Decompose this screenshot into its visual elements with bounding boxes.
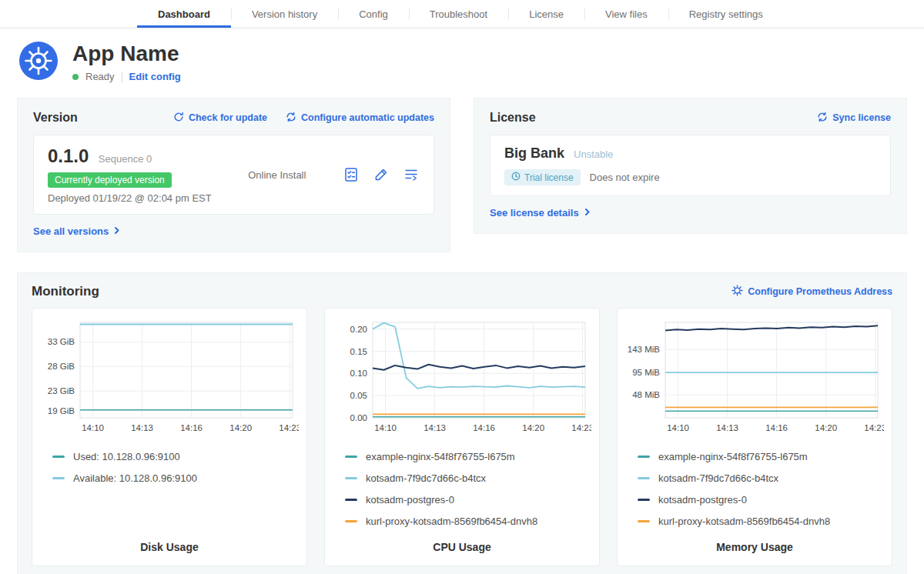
svg-text:14:10: 14:10 [374,423,397,432]
refresh-icon [173,112,184,125]
deployed-version-badge: Currently deployed version [48,172,172,188]
configure-prometheus-button[interactable]: Configure Prometheus Address [732,285,892,299]
top-nav: Dashboard Version history Config Trouble… [0,0,924,28]
legend-item: kotsadm-postgres-0 [638,489,884,510]
chart-title: Disk Usage [40,532,299,556]
svg-text:143 MiB: 143 MiB [628,345,661,354]
version-number: 0.1.0 [48,145,89,166]
kubernetes-logo-icon [18,41,59,84]
app-status-label: Ready [85,71,115,82]
sync-icon [817,112,828,125]
status-dot [72,74,79,80]
install-type-label: Online Install [248,169,306,181]
svg-text:48 MiB: 48 MiB [632,390,660,399]
see-all-versions-link[interactable]: See all versions [33,225,121,237]
series-dash [345,456,357,458]
license-details-panel: Big Bank Unstable Trial license Does not… [490,135,891,196]
svg-text:0.10: 0.10 [350,369,367,378]
legend-item: example-nginx-54f8f76755-l675m [638,446,884,467]
clock-icon [511,172,521,183]
series-dash [345,477,357,479]
tab-version-history[interactable]: Version history [231,0,338,28]
series-dash [52,477,65,479]
legend-item: Used: 10.128.0.96:9100 [52,446,299,467]
svg-text:14:16: 14:16 [473,423,495,432]
version-card: Version Check for update [17,98,450,252]
sync-license-button[interactable]: Sync license [817,112,891,125]
disk-usage-legend: Used: 10.128.0.96:9100 Available: 10.128… [40,446,299,489]
see-license-details-link[interactable]: See license details [490,207,591,219]
check-for-update-button[interactable]: Check for update [173,112,267,125]
cpu-usage-chart-card: 0.200.150.100.050.0014:1014:1314:1614:20… [324,308,600,566]
svg-text:0.15: 0.15 [350,347,367,356]
chevron-right-icon [584,207,591,219]
series-dash [638,520,650,522]
legend-item: Available: 10.128.0.96:9100 [52,467,299,489]
legend-item: kotsadm-7f9dc7d66c-b4tcx [345,467,591,489]
memory-usage-chart-card: 143 MiB95 MiB48 MiB14:1014:1314:1614:201… [617,308,892,566]
svg-text:14:20: 14:20 [522,423,544,432]
monitoring-section: Monitoring Configure Prometheus Address … [17,272,907,574]
app-title: App Name [72,42,181,66]
edit-config-icon[interactable] [373,166,390,183]
preflight-checks-icon[interactable] [343,166,360,183]
configure-automatic-updates-button[interactable]: Configure automatic updates [286,112,434,125]
svg-text:0.00: 0.00 [350,413,367,422]
gear-icon [732,285,743,299]
series-dash [638,499,650,501]
disk-usage-chart-card: 33 GiB28 GiB23 GiB19 GiB14:1014:1314:161… [32,308,307,566]
svg-text:14:23: 14:23 [864,423,884,432]
license-card-title: License [490,111,536,125]
tab-view-files[interactable]: View files [584,0,668,28]
svg-text:14:20: 14:20 [815,423,837,432]
series-dash [52,456,65,458]
version-card-title: Version [33,111,78,125]
series-dash [638,477,650,479]
memory-usage-plot: 143 MiB95 MiB48 MiB14:1014:1314:1614:201… [625,318,884,438]
memory-usage-legend: example-nginx-54f8f76755-l675m kotsadm-7… [625,446,884,532]
version-sequence: Sequence 0 [99,153,152,165]
svg-text:14:10: 14:10 [82,423,104,432]
svg-text:95 MiB: 95 MiB [632,368,660,377]
license-expiry: Does not expire [590,172,660,183]
deploy-logs-icon[interactable] [403,166,420,183]
edit-config-link[interactable]: Edit config [129,71,181,82]
license-channel: Unstable [574,149,613,160]
svg-text:33 GiB: 33 GiB [48,337,75,346]
svg-text:14:13: 14:13 [424,423,446,432]
svg-text:14:13: 14:13 [131,423,153,432]
license-customer-name: Big Bank [504,145,564,162]
svg-text:23 GiB: 23 GiB [48,386,75,395]
svg-text:14:10: 14:10 [667,423,689,432]
deployed-timestamp: Deployed 01/19/22 @ 02:04 pm EST [48,192,212,204]
legend-item: kotsadm-postgres-0 [345,489,591,510]
chevron-right-icon [113,225,121,237]
legend-item: kurl-proxy-kotsadm-8569fb6454-dnvh8 [638,510,884,532]
svg-text:14:20: 14:20 [229,423,252,432]
svg-text:14:16: 14:16 [765,423,788,432]
svg-text:14:23: 14:23 [571,423,591,432]
svg-text:19 GiB: 19 GiB [48,406,75,415]
svg-text:0.05: 0.05 [350,391,367,400]
license-card: License Sync license Big Bank Unstable [474,98,907,234]
series-dash [638,456,650,458]
tab-license[interactable]: License [508,0,584,28]
svg-text:14:16: 14:16 [180,423,203,432]
chart-title: CPU Usage [333,532,591,556]
series-dash [345,520,357,522]
legend-item: example-nginx-54f8f76755-l675m [345,446,591,467]
svg-text:14:23: 14:23 [279,423,299,432]
trial-license-badge: Trial license [504,169,581,185]
auto-update-icon [286,112,296,125]
tab-dashboard[interactable]: Dashboard [137,0,231,28]
tab-troubleshoot[interactable]: Troubleshoot [409,0,508,28]
cpu-usage-plot: 0.200.150.100.050.0014:1014:1314:1614:20… [333,318,591,438]
cpu-usage-legend: example-nginx-54f8f76755-l675m kotsadm-7… [333,446,591,532]
app-header: App Name Ready Edit config [0,28,924,87]
legend-item: kurl-proxy-kotsadm-8569fb6454-dnvh8 [345,510,591,532]
tab-config[interactable]: Config [338,0,409,28]
tab-registry-settings[interactable]: Registry settings [668,0,784,28]
monitoring-title: Monitoring [32,284,99,299]
legend-item: kotsadm-7f9dc7d66c-b4tcx [638,467,884,489]
svg-text:28 GiB: 28 GiB [48,362,75,371]
